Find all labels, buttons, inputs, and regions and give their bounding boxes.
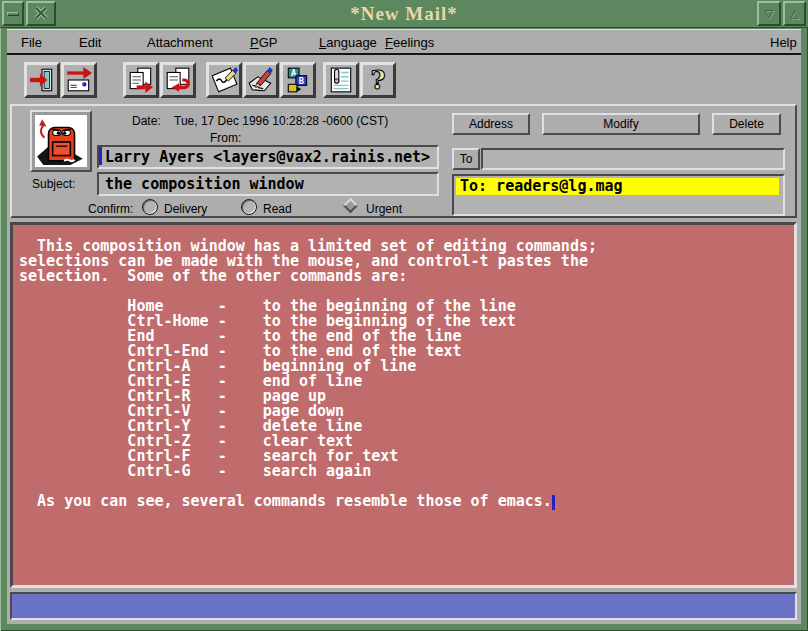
mailbox-icon [35,115,87,167]
svg-text:?: ? [370,66,385,94]
from-text-cursor [99,147,102,165]
toolbar-attachments-button[interactable] [323,62,359,98]
confirm-delivery-label: Delivery [164,202,207,216]
insert-file-icon [127,66,155,94]
attachments-icon [327,66,355,94]
triangle-up-icon: △ [790,7,798,20]
toolbar-help-button[interactable]: ? [360,62,396,98]
menu-file[interactable]: File [21,35,42,50]
message-body-text[interactable]: This composition window has a limited se… [19,239,794,509]
mail-compose-window: *New Mail* ▽ △ File Edit Attachment PGP … [0,0,808,631]
window-title: *New Mail* [60,0,748,28]
menu-help[interactable]: Help [770,35,797,50]
from-field[interactable] [97,145,439,169]
recipient-list[interactable]: To: readers@lg.mag [452,174,785,216]
delete-button[interactable]: Delete [712,113,781,135]
urgent-toggle[interactable] [343,198,359,214]
address-button[interactable]: Address [452,113,530,135]
toolbar-sign-button[interactable] [206,62,242,98]
svg-text:B: B [299,76,304,86]
message-body-area[interactable]: This composition window has a limited se… [10,222,797,588]
menubar: File Edit Attachment PGP Language Feelin… [7,29,801,55]
revert-file-icon [164,66,192,94]
confirm-read-label: Read [263,202,292,216]
toolbar-revert-file-button[interactable] [160,62,196,98]
toolbar-spell-check-button[interactable]: A B [280,62,316,98]
sign-icon [210,66,238,94]
window-menu-button[interactable] [2,1,24,26]
modify-button[interactable]: Modify [542,113,700,135]
mail-logo [30,110,92,172]
urgent-label: Urgent [366,202,402,216]
confirm-label: Confirm: [88,202,133,216]
to-button[interactable]: To [452,148,480,170]
dash-icon [7,12,19,16]
close-icon [32,4,50,24]
to-input[interactable] [481,148,785,170]
titlebar[interactable]: *New Mail* ▽ △ [0,0,808,28]
maximize-button[interactable]: △ [783,1,806,26]
help-icon: ? [364,66,392,94]
iconify-button[interactable]: ▽ [757,1,781,26]
confirm-delivery-radio[interactable] [142,199,158,215]
spell-check-icon: A B [284,66,312,94]
menu-language[interactable]: Language [319,35,377,50]
text-cursor [552,495,555,510]
close-button[interactable] [26,1,56,26]
menu-pgp[interactable]: PGP [250,35,277,50]
confirm-read-radio[interactable] [241,199,257,215]
date-value: Tue, 17 Dec 1996 10:28:28 -0600 (CST) [174,114,388,128]
from-label: From: [210,131,241,145]
menu-edit[interactable]: Edit [79,35,101,50]
date-label: Date: [132,114,161,128]
status-bar [10,592,797,620]
menu-feelings[interactable]: Feelings [385,35,434,50]
header-panel: Date: Tue, 17 Dec 1996 10:28:28 -0600 (C… [10,104,797,218]
toolbar-send-button[interactable] [61,62,97,98]
external-editor-icon [247,66,275,94]
menu-attachment[interactable]: Attachment [147,35,213,50]
toolbar-insert-file-button[interactable] [123,62,159,98]
toolbar-exit-button[interactable] [24,62,60,98]
recipient-row[interactable]: To: readers@lg.mag [456,178,779,195]
toolbar-external-editor-button[interactable] [243,62,279,98]
subject-label: Subject: [32,177,75,191]
triangle-down-icon: ▽ [765,7,773,20]
exit-icon [28,66,56,94]
send-icon [65,66,93,94]
subject-field[interactable] [97,172,439,196]
